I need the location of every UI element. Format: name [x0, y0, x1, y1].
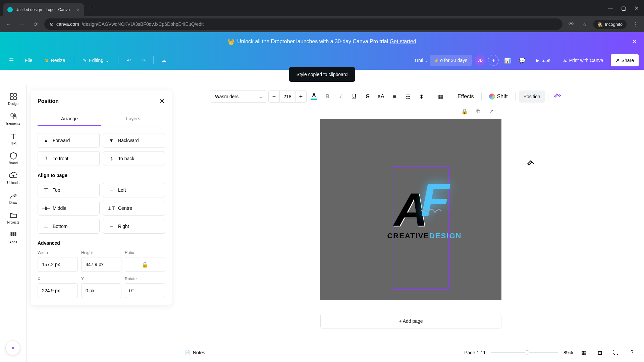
to-front-button[interactable]: ⤴ To front — [38, 151, 100, 166]
align-bottom-button[interactable]: ⊥ Bottom — [38, 219, 100, 234]
add-page-button[interactable]: + Add page — [320, 314, 501, 328]
forward-button[interactable]: → — [17, 19, 27, 29]
advanced-section-title: Advanced — [38, 240, 165, 246]
export-canvas-icon[interactable]: ↗ — [487, 107, 495, 115]
incognito-badge[interactable]: 🕵 Incognito — [593, 20, 627, 29]
logo-text-design: DESIGN — [429, 232, 462, 240]
tab-layers[interactable]: Layers — [101, 112, 165, 126]
x-input[interactable] — [38, 283, 78, 298]
svg-rect-2 — [10, 97, 13, 100]
align-centre-button[interactable]: ⊥⊤ Centre — [103, 201, 165, 216]
close-window-icon[interactable]: ✕ — [634, 5, 639, 11]
trial-button[interactable]: ♛ o for 30 days — [430, 55, 472, 66]
menu-icon[interactable]: ☰ — [5, 54, 17, 66]
zoom-slider[interactable] — [491, 352, 558, 353]
shift-button[interactable]: Shift — [485, 90, 512, 103]
font-size-input[interactable] — [279, 91, 296, 102]
spacing-button[interactable]: ⬍ — [415, 90, 427, 103]
decrease-size-button[interactable]: − — [269, 90, 279, 103]
browser-menu-icon[interactable]: ⋮ — [631, 19, 640, 29]
analytics-icon[interactable]: 📊 — [501, 54, 514, 66]
editing-mode-button[interactable]: ✎ Editing ⌄ — [78, 54, 114, 66]
reload-button[interactable]: ⟳ — [31, 19, 40, 29]
align-middle-button[interactable]: ⊣⊢ Middle — [38, 201, 100, 216]
minimize-icon[interactable]: — — [608, 5, 613, 11]
ratio-label: Ratio — [125, 250, 165, 255]
site-settings-icon[interactable]: 👁 — [567, 19, 576, 29]
ratio-lock-button[interactable]: 🔒 — [125, 257, 165, 272]
duplicate-canvas-icon[interactable]: ⧉ — [474, 107, 482, 115]
design-canvas[interactable]: A F 〰 CREATIVEDESIGN — [320, 119, 501, 300]
sidebar-item-draw[interactable]: Draw — [2, 188, 25, 208]
y-input[interactable] — [81, 283, 121, 298]
page-view-icon[interactable]: ▦ — [578, 347, 589, 358]
to-back-button[interactable]: ⤵ To back — [103, 151, 165, 166]
user-avatar[interactable]: JD — [475, 55, 485, 66]
align-top-button[interactable]: ⊤ Top — [38, 183, 100, 197]
resize-button[interactable]: ♛ Resize — [40, 54, 70, 66]
close-promo-icon[interactable]: ✕ — [632, 38, 637, 46]
back-button[interactable]: ← — [4, 19, 13, 29]
maximize-icon[interactable]: ▢ — [621, 5, 626, 11]
address-bar[interactable]: ⊙ canva.com/design/DAGVwdNCKVU/3sBF0dvJx… — [44, 18, 562, 30]
forward-button[interactable]: ▲ Forward — [38, 133, 100, 148]
list-button[interactable]: ☷ — [402, 90, 414, 103]
text-case-button[interactable]: aA — [375, 90, 387, 103]
sidebar-item-elements[interactable]: Elements — [2, 109, 25, 129]
align-left-button[interactable]: ⊢ Left — [103, 183, 165, 197]
magic-button[interactable]: ✦ — [5, 341, 20, 355]
rotate-input[interactable] — [125, 283, 165, 298]
document-title[interactable]: Unti... — [415, 58, 427, 63]
bookmark-icon[interactable]: ☆ — [580, 19, 589, 29]
sidebar-item-brand[interactable]: Brand — [2, 148, 25, 168]
width-input[interactable] — [38, 257, 78, 272]
text-color-button[interactable]: A — [308, 90, 320, 103]
sidebar-label: Uploads — [7, 181, 19, 185]
help-icon[interactable]: ? — [627, 347, 637, 358]
zoom-slider-thumb[interactable] — [525, 350, 529, 355]
share-button[interactable]: ↗ Share — [611, 54, 639, 66]
sidebar-item-design[interactable]: Design — [2, 89, 25, 109]
file-menu[interactable]: File — [20, 54, 37, 66]
site-info-icon[interactable]: ⊙ — [50, 21, 54, 27]
close-tab-icon[interactable]: ✕ — [76, 7, 80, 12]
browser-tab[interactable]: Untitled design - Logo - Canva ✕ — [3, 3, 84, 16]
backward-button[interactable]: ▼ Backward — [103, 133, 165, 148]
italic-button[interactable]: I — [335, 90, 347, 103]
print-button[interactable]: 🖨 Print with Canva — [558, 54, 608, 66]
lock-canvas-icon[interactable]: 🔒 — [461, 107, 469, 115]
strikethrough-button[interactable]: S — [362, 90, 374, 103]
height-input[interactable] — [81, 257, 121, 272]
svg-rect-0 — [10, 94, 13, 96]
grid-view-icon[interactable]: ⊞ — [594, 347, 605, 358]
tab-arrange[interactable]: Arrange — [38, 112, 101, 126]
undo-button[interactable]: ↶ — [122, 54, 135, 66]
notes-button[interactable]: 📄 Notes — [184, 350, 205, 355]
sidebar-item-text[interactable]: Text — [2, 129, 25, 148]
close-panel-icon[interactable]: ✕ — [159, 97, 165, 105]
fullscreen-icon[interactable]: ⛶ — [610, 347, 621, 358]
underline-button[interactable]: U — [348, 90, 360, 103]
sidebar-item-apps[interactable]: Apps — [2, 228, 25, 247]
sidebar-item-uploads[interactable]: Uploads — [2, 168, 25, 188]
effects-button[interactable]: Effects — [453, 90, 478, 103]
bold-button[interactable]: B — [321, 90, 333, 103]
transparency-button[interactable]: ▦ — [434, 90, 446, 103]
promo-cta-link[interactable]: Get started — [390, 39, 416, 45]
logo-element[interactable]: A F 〰 CREATIVEDESIGN — [394, 183, 428, 237]
sidebar-item-projects[interactable]: Projects — [2, 208, 25, 228]
add-collaborator-button[interactable]: + — [488, 55, 499, 66]
cloud-sync-icon[interactable]: ☁ — [158, 54, 170, 66]
comment-icon[interactable]: 💬 — [516, 54, 528, 66]
position-button[interactable]: Position — [519, 90, 545, 103]
font-family-select[interactable]: Wasraiders ⌄ — [211, 90, 267, 103]
play-duration-button[interactable]: ▶ 6.5s — [531, 54, 555, 66]
align-right-button[interactable]: ⊣ Right — [103, 219, 165, 234]
page-indicator[interactable]: Page 1 / 1 — [464, 350, 486, 355]
redo-button[interactable]: ↷ — [137, 54, 149, 66]
new-tab-button[interactable]: + — [89, 5, 93, 12]
alignment-button[interactable]: ≡ — [388, 90, 400, 103]
increase-size-button[interactable]: + — [296, 90, 306, 103]
copy-style-button[interactable] — [552, 90, 564, 103]
zoom-percent[interactable]: 89% — [564, 350, 573, 355]
